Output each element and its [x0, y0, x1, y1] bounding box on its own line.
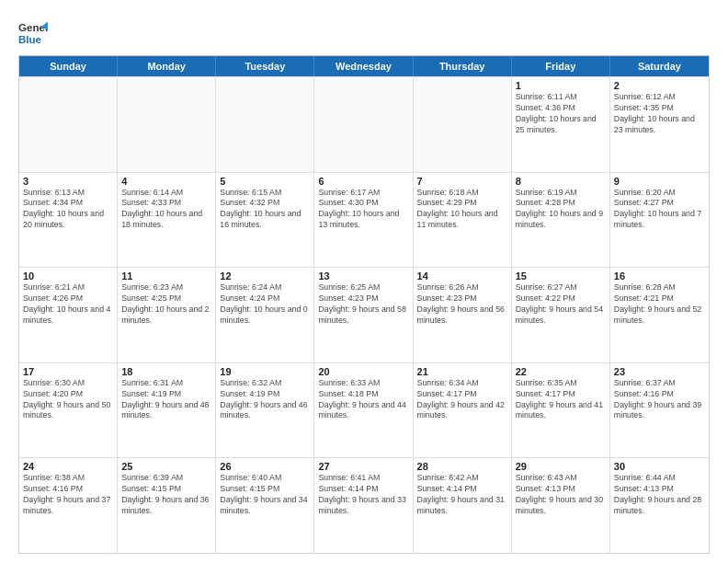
day-number: 1: [516, 80, 606, 91]
calendar-cell: 24Sunrise: 6:38 AM Sunset: 4:16 PM Dayli…: [19, 458, 118, 553]
day-number: 8: [516, 176, 606, 187]
day-number: 23: [614, 366, 705, 377]
cell-detail: Sunrise: 6:39 AM Sunset: 4:15 PM Dayligh…: [121, 473, 211, 517]
calendar-week-row: 1Sunrise: 6:11 AM Sunset: 4:36 PM Daylig…: [19, 76, 709, 172]
day-number: 19: [220, 366, 310, 377]
calendar: SundayMondayTuesdayWednesdayThursdayFrid…: [18, 55, 710, 554]
calendar-cell: 6Sunrise: 6:17 AM Sunset: 4:30 PM Daylig…: [314, 173, 413, 268]
calendar-cell: 19Sunrise: 6:32 AM Sunset: 4:19 PM Dayli…: [216, 363, 314, 458]
day-number: 6: [318, 176, 408, 187]
calendar-cell: 3Sunrise: 6:13 AM Sunset: 4:34 PM Daylig…: [19, 173, 118, 268]
calendar-cell: 16Sunrise: 6:28 AM Sunset: 4:21 PM Dayli…: [610, 268, 709, 362]
cell-detail: Sunrise: 6:35 AM Sunset: 4:17 PM Dayligh…: [516, 378, 606, 422]
day-number: 13: [318, 270, 408, 282]
day-number: 5: [220, 176, 310, 187]
calendar-cell: 29Sunrise: 6:43 AM Sunset: 4:13 PM Dayli…: [512, 458, 610, 553]
calendar-cell: [118, 77, 216, 172]
day-number: 3: [23, 176, 113, 187]
header: General Blue: [18, 15, 710, 48]
day-number: 21: [417, 366, 507, 377]
calendar-cell: 21Sunrise: 6:34 AM Sunset: 4:17 PM Dayli…: [414, 363, 512, 458]
calendar-body: 1Sunrise: 6:11 AM Sunset: 4:36 PM Daylig…: [19, 76, 709, 553]
logo-icon: General Blue: [18, 18, 48, 48]
calendar-week-row: 10Sunrise: 6:21 AM Sunset: 4:26 PM Dayli…: [19, 267, 709, 362]
cell-detail: Sunrise: 6:19 AM Sunset: 4:28 PM Dayligh…: [516, 188, 606, 232]
cell-detail: Sunrise: 6:31 AM Sunset: 4:19 PM Dayligh…: [121, 378, 211, 422]
day-number: 28: [417, 461, 507, 472]
calendar-cell: 17Sunrise: 6:30 AM Sunset: 4:20 PM Dayli…: [19, 363, 118, 458]
cell-detail: Sunrise: 6:44 AM Sunset: 4:13 PM Dayligh…: [614, 473, 705, 517]
day-number: 4: [121, 176, 211, 187]
calendar-header-cell: Monday: [118, 56, 216, 76]
calendar-cell: 27Sunrise: 6:41 AM Sunset: 4:14 PM Dayli…: [314, 458, 413, 553]
calendar-week-row: 24Sunrise: 6:38 AM Sunset: 4:16 PM Dayli…: [19, 457, 709, 553]
calendar-cell: 12Sunrise: 6:24 AM Sunset: 4:24 PM Dayli…: [216, 268, 314, 362]
calendar-week-row: 17Sunrise: 6:30 AM Sunset: 4:20 PM Dayli…: [19, 362, 709, 458]
cell-detail: Sunrise: 6:34 AM Sunset: 4:17 PM Dayligh…: [417, 378, 507, 422]
calendar-cell: 5Sunrise: 6:15 AM Sunset: 4:32 PM Daylig…: [216, 173, 314, 268]
calendar-header-cell: Wednesday: [314, 56, 413, 76]
calendar-cell: [19, 77, 118, 172]
calendar-cell: 30Sunrise: 6:44 AM Sunset: 4:13 PM Dayli…: [610, 458, 709, 553]
svg-text:General: General: [18, 22, 48, 33]
calendar-cell: 22Sunrise: 6:35 AM Sunset: 4:17 PM Dayli…: [512, 363, 610, 458]
cell-detail: Sunrise: 6:13 AM Sunset: 4:34 PM Dayligh…: [23, 188, 113, 232]
day-number: 25: [121, 461, 211, 472]
calendar-cell: 28Sunrise: 6:42 AM Sunset: 4:14 PM Dayli…: [414, 458, 512, 553]
cell-detail: Sunrise: 6:18 AM Sunset: 4:29 PM Dayligh…: [417, 188, 507, 232]
day-number: 26: [220, 461, 310, 472]
cell-detail: Sunrise: 6:33 AM Sunset: 4:18 PM Dayligh…: [318, 378, 408, 422]
calendar-header-cell: Tuesday: [216, 56, 314, 76]
calendar-cell: 11Sunrise: 6:23 AM Sunset: 4:25 PM Dayli…: [118, 268, 216, 362]
day-number: 29: [516, 461, 606, 472]
calendar-cell: 20Sunrise: 6:33 AM Sunset: 4:18 PM Dayli…: [314, 363, 413, 458]
day-number: 22: [516, 366, 606, 377]
calendar-cell: 1Sunrise: 6:11 AM Sunset: 4:36 PM Daylig…: [512, 77, 610, 172]
day-number: 30: [614, 461, 705, 472]
calendar-cell: 4Sunrise: 6:14 AM Sunset: 4:33 PM Daylig…: [118, 173, 216, 268]
calendar-header-cell: Thursday: [414, 56, 512, 76]
cell-detail: Sunrise: 6:24 AM Sunset: 4:24 PM Dayligh…: [220, 282, 310, 327]
calendar-cell: 18Sunrise: 6:31 AM Sunset: 4:19 PM Dayli…: [118, 363, 216, 458]
cell-detail: Sunrise: 6:27 AM Sunset: 4:22 PM Dayligh…: [516, 282, 606, 327]
cell-detail: Sunrise: 6:28 AM Sunset: 4:21 PM Dayligh…: [614, 282, 705, 327]
day-number: 12: [220, 270, 310, 282]
day-number: 20: [318, 366, 408, 377]
calendar-cell: [216, 77, 314, 172]
calendar-cell: 7Sunrise: 6:18 AM Sunset: 4:29 PM Daylig…: [414, 173, 512, 268]
day-number: 2: [614, 80, 705, 91]
day-number: 18: [121, 366, 211, 377]
cell-detail: Sunrise: 6:40 AM Sunset: 4:15 PM Dayligh…: [220, 473, 310, 517]
day-number: 9: [614, 176, 705, 187]
cell-detail: Sunrise: 6:32 AM Sunset: 4:19 PM Dayligh…: [220, 378, 310, 422]
cell-detail: Sunrise: 6:38 AM Sunset: 4:16 PM Dayligh…: [23, 473, 113, 517]
day-number: 17: [23, 366, 113, 377]
calendar-cell: 14Sunrise: 6:26 AM Sunset: 4:23 PM Dayli…: [414, 268, 512, 362]
svg-text:Blue: Blue: [18, 34, 42, 45]
cell-detail: Sunrise: 6:17 AM Sunset: 4:30 PM Dayligh…: [318, 188, 408, 232]
cell-detail: Sunrise: 6:11 AM Sunset: 4:36 PM Dayligh…: [516, 92, 606, 136]
calendar-cell: 2Sunrise: 6:12 AM Sunset: 4:35 PM Daylig…: [610, 77, 709, 172]
cell-detail: Sunrise: 6:43 AM Sunset: 4:13 PM Dayligh…: [516, 473, 606, 517]
day-number: 24: [23, 461, 113, 472]
cell-detail: Sunrise: 6:20 AM Sunset: 4:27 PM Dayligh…: [614, 188, 705, 232]
day-number: 27: [318, 461, 408, 472]
cell-detail: Sunrise: 6:37 AM Sunset: 4:16 PM Dayligh…: [614, 378, 705, 422]
logo: General Blue: [18, 18, 48, 48]
calendar-cell: 13Sunrise: 6:25 AM Sunset: 4:23 PM Dayli…: [314, 268, 413, 362]
day-number: 7: [417, 176, 507, 187]
calendar-header-cell: Friday: [512, 56, 610, 76]
cell-detail: Sunrise: 6:41 AM Sunset: 4:14 PM Dayligh…: [318, 473, 408, 517]
day-number: 15: [516, 270, 606, 282]
cell-detail: Sunrise: 6:12 AM Sunset: 4:35 PM Dayligh…: [614, 92, 705, 136]
calendar-cell: 9Sunrise: 6:20 AM Sunset: 4:27 PM Daylig…: [610, 173, 709, 268]
calendar-cell: 15Sunrise: 6:27 AM Sunset: 4:22 PM Dayli…: [512, 268, 610, 362]
day-number: 16: [614, 270, 705, 282]
day-number: 14: [417, 270, 507, 282]
calendar-cell: 10Sunrise: 6:21 AM Sunset: 4:26 PM Dayli…: [19, 268, 118, 362]
calendar-week-row: 3Sunrise: 6:13 AM Sunset: 4:34 PM Daylig…: [19, 172, 709, 268]
cell-detail: Sunrise: 6:14 AM Sunset: 4:33 PM Dayligh…: [121, 188, 211, 232]
cell-detail: Sunrise: 6:21 AM Sunset: 4:26 PM Dayligh…: [23, 282, 113, 327]
calendar-header: SundayMondayTuesdayWednesdayThursdayFrid…: [19, 56, 709, 76]
cell-detail: Sunrise: 6:30 AM Sunset: 4:20 PM Dayligh…: [23, 378, 113, 422]
